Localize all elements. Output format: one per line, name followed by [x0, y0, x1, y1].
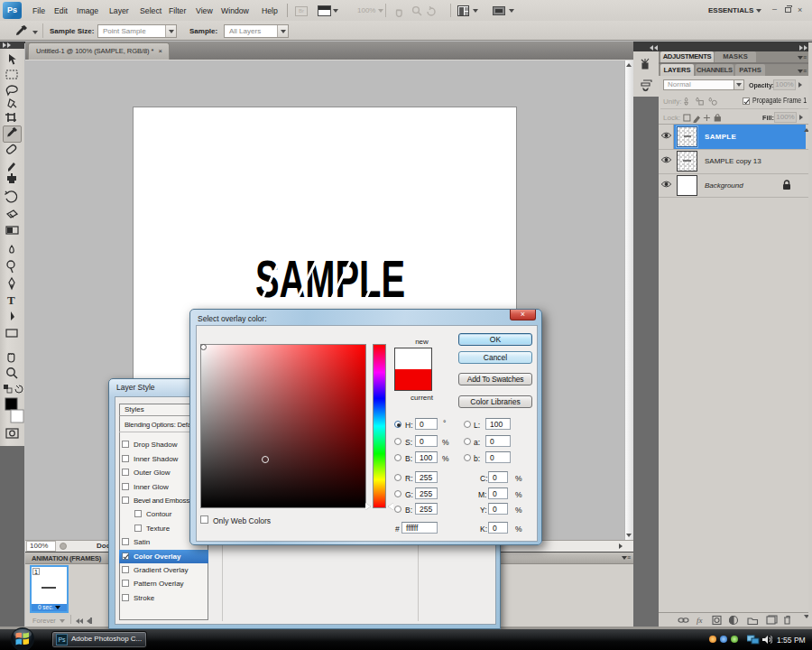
- svg-text:fx: fx: [697, 616, 703, 625]
- svg-text:T: T: [7, 293, 15, 307]
